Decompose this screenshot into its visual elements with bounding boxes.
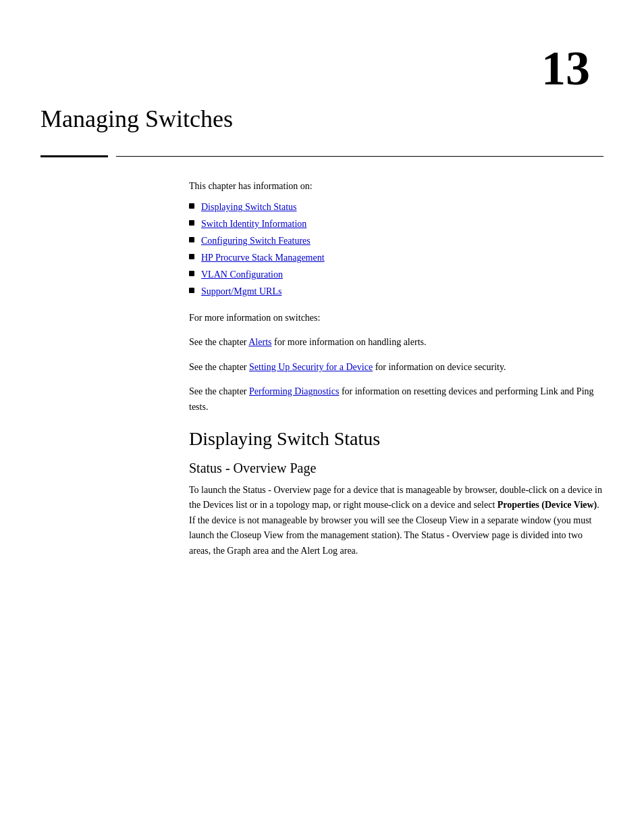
toc-link-switch-identity-information[interactable]: Switch Identity Information <box>201 217 306 231</box>
rule-left <box>41 155 108 157</box>
intro-text: This chapter has information on: <box>189 179 603 193</box>
security-suffix: for information on device security. <box>373 362 506 372</box>
toc-link-displaying-switch-status[interactable]: Displaying Switch Status <box>201 200 297 214</box>
alerts-paragraph: See the chapter Alerts for more informat… <box>189 335 603 350</box>
bullet-icon <box>189 254 194 259</box>
page-container: 13 Managing Switches This chapter has in… <box>0 0 644 834</box>
security-link[interactable]: Setting Up Security for a Device <box>249 362 373 372</box>
list-item: VLAN Configuration <box>189 267 603 282</box>
security-prefix: See the chapter <box>189 362 249 372</box>
content-area: This chapter has information on: Display… <box>189 179 603 568</box>
subsection-title-status-overview: Status - Overview Page <box>189 461 603 476</box>
alerts-link[interactable]: Alerts <box>248 337 271 347</box>
toc-list: Displaying Switch Status Switch Identity… <box>189 200 603 298</box>
toc-link-support-mgmt-urls[interactable]: Support/Mgmt URLs <box>201 284 281 298</box>
list-item: Configuring Switch Features <box>189 234 603 248</box>
section-title-displaying-switch-status: Displaying Switch Status <box>189 428 603 450</box>
chapter-title: Managing Switches <box>41 105 233 133</box>
bullet-icon <box>189 288 194 293</box>
diagnostics-prefix: See the chapter <box>189 386 249 396</box>
rule-divider <box>41 155 603 157</box>
bullet-icon <box>189 237 194 242</box>
rule-right <box>116 156 603 157</box>
alerts-suffix: for more information on handling alerts. <box>271 337 426 347</box>
list-item: Switch Identity Information <box>189 217 603 231</box>
list-item: Support/Mgmt URLs <box>189 284 603 298</box>
diagnostics-link[interactable]: Performing Diagnostics <box>249 386 339 396</box>
bullet-icon <box>189 203 194 209</box>
toc-link-configuring-switch-features[interactable]: Configuring Switch Features <box>201 234 311 248</box>
alerts-prefix: See the chapter <box>189 337 248 347</box>
diagnostics-paragraph: See the chapter Performing Diagnostics f… <box>189 384 603 415</box>
bullet-icon <box>189 271 194 276</box>
security-paragraph: See the chapter Setting Up Security for … <box>189 360 603 375</box>
bullet-icon <box>189 220 194 226</box>
status-overview-body: To launch the Status - Overview page for… <box>189 483 603 558</box>
status-bold-properties: Properties (Device View) <box>498 500 597 510</box>
toc-link-vlan-configuration[interactable]: VLAN Configuration <box>201 267 283 282</box>
chapter-number: 13 <box>541 41 590 97</box>
list-item: Displaying Switch Status <box>189 200 603 214</box>
toc-link-hp-procurve[interactable]: HP Procurve Stack Management <box>201 251 325 265</box>
list-item: HP Procurve Stack Management <box>189 251 603 265</box>
more-info-text: For more information on switches: <box>189 311 603 325</box>
